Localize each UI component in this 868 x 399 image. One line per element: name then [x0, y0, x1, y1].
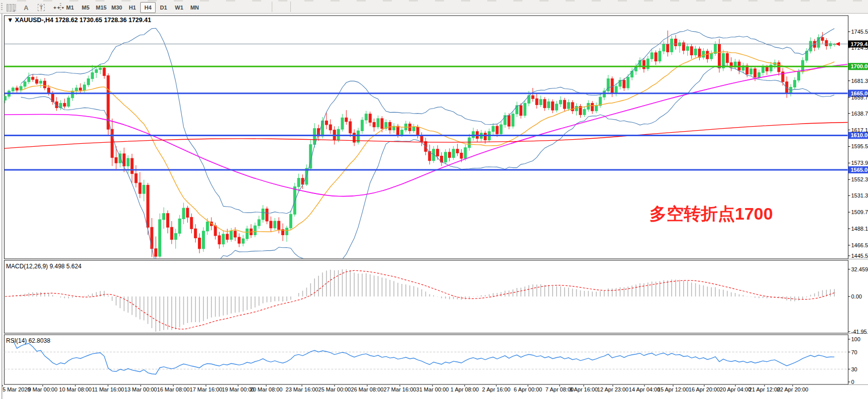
- time-label: 22 Apr 20:00: [777, 386, 808, 392]
- rsi-panel-frame: [5, 335, 848, 384]
- timeframe-h1-button[interactable]: H1: [125, 2, 140, 13]
- svg-text:1488.10: 1488.10: [851, 226, 868, 232]
- svg-text:1700.00: 1700.00: [851, 63, 868, 69]
- svg-text:1595.50: 1595.50: [851, 143, 868, 149]
- timeframe-w1-button[interactable]: W1: [171, 2, 187, 13]
- time-label: 2 Apr 16:00: [482, 386, 510, 392]
- toolbar: FAT✦✦▾M1M5M15M30H1H4D1W1MN: [0, 0, 868, 14]
- toolbar-separator: [272, 2, 272, 12]
- svg-text:1509.70: 1509.70: [851, 209, 868, 215]
- svg-text:100: 100: [851, 336, 860, 342]
- time-label: 16 Apr 20:00: [689, 386, 720, 392]
- time-label: 14 Apr 04:00: [629, 386, 660, 392]
- svg-text:1565.00: 1565.00: [851, 167, 868, 173]
- timeframe-mn-button[interactable]: MN: [187, 2, 202, 13]
- macd-label: MACD(12,26,9) 9.498 5.624: [6, 263, 81, 270]
- svg-text:70: 70: [851, 349, 857, 355]
- clipped-upper-toolbar: [0, 0, 868, 2]
- time-label: 15 Apr 12:00: [658, 386, 689, 392]
- time-label: 5 Mar 2020: [3, 386, 31, 392]
- time-label: 27 Mar 16:00: [384, 386, 416, 392]
- snap-grid-glyph: F: [7, 4, 16, 12]
- time-label: 16 Mar 08:00: [157, 386, 190, 392]
- snap-grid-icon[interactable]: F: [4, 2, 18, 13]
- svg-text:1552.30: 1552.30: [851, 176, 868, 182]
- time-label: 20 Mar 08:00: [250, 386, 283, 392]
- svg-text:1466.50: 1466.50: [851, 242, 868, 248]
- svg-text:1681.30: 1681.30: [851, 78, 868, 84]
- time-label: 12 Apr 23:00: [597, 386, 628, 392]
- svg-text:1610.00: 1610.00: [851, 132, 868, 138]
- time-label: 23 Mar 16:00: [286, 386, 318, 392]
- toolbar-grip[interactable]: [1, 3, 3, 11]
- timeframe-d1-button[interactable]: D1: [156, 2, 171, 13]
- toolbar-separator: [290, 2, 291, 12]
- svg-text:0: 0: [851, 379, 854, 385]
- svg-text:1638.70: 1638.70: [851, 111, 868, 117]
- timeframe-m5-button[interactable]: M5: [78, 2, 93, 13]
- svg-text:1724.50: 1724.50: [851, 45, 868, 51]
- time-label: 11 Mar 16:00: [92, 386, 124, 392]
- rsi-label: RSI(14) 62.8038: [6, 337, 50, 344]
- time-label: 13 Mar 00:00: [125, 386, 157, 392]
- toolbar-grip[interactable]: [60, 3, 61, 11]
- chart-window: ▼ XAUUSD-,H4 1728.62 1730.65 1728.36 172…: [0, 14, 868, 399]
- chart-title: ▼ XAUUSD-,H4 1728.62 1730.65 1728.36 172…: [7, 17, 151, 24]
- time-axis: 5 Mar 20209 Mar 00:0010 Mar 08:0011 Mar …: [3, 385, 808, 392]
- price-chart: ▼ XAUUSD-,H4 1728.62 1730.65 1728.36 172…: [0, 14, 868, 399]
- timeframe-m30-button[interactable]: M30: [109, 2, 125, 13]
- time-label: 17 Mar 16:00: [190, 386, 223, 392]
- time-label: 26 Mar 08:00: [351, 386, 384, 392]
- macd-panel-frame: [5, 260, 848, 333]
- svg-text:0.00: 0.00: [851, 293, 862, 300]
- time-label: 20 Apr 04:00: [720, 386, 751, 392]
- text-label-icon[interactable]: A: [19, 2, 33, 13]
- timeframe-m1-button[interactable]: M1: [62, 2, 78, 13]
- text-box-icon[interactable]: T: [34, 2, 48, 13]
- svg-text:1617.10: 1617.10: [851, 127, 868, 133]
- timeframe-m15-button[interactable]: M15: [93, 2, 109, 13]
- time-label: 25 Mar 00:00: [318, 386, 351, 392]
- mt4-window: { "toolbar": { "tool_icons": [ {"name": …: [0, 0, 868, 399]
- svg-text:30: 30: [851, 366, 857, 372]
- time-label: 21 Apr 12:00: [749, 386, 780, 392]
- time-label: 10 Mar 08:00: [59, 386, 92, 392]
- timeframe-h4-button[interactable]: H4: [140, 2, 156, 13]
- time-label: 8 Apr 16:00: [570, 386, 598, 392]
- svg-text:1659.70: 1659.70: [851, 94, 868, 101]
- svg-text:1445.50: 1445.50: [851, 253, 868, 259]
- time-label: 9 Mar 00:00: [28, 386, 58, 392]
- annotation-text: 多空转折点1700: [649, 204, 773, 223]
- time-label: 1 Apr 08:00: [451, 386, 479, 392]
- svg-text:-41.95: -41.95: [851, 329, 867, 335]
- svg-text:1745.50: 1745.50: [851, 29, 868, 35]
- time-label: 31 Mar 00:00: [416, 386, 449, 392]
- svg-text:1573.90: 1573.90: [851, 160, 868, 166]
- time-label: 6 Apr 00:00: [514, 386, 542, 392]
- svg-text:1531.30: 1531.30: [851, 192, 868, 198]
- svg-text:32.459: 32.459: [851, 266, 868, 272]
